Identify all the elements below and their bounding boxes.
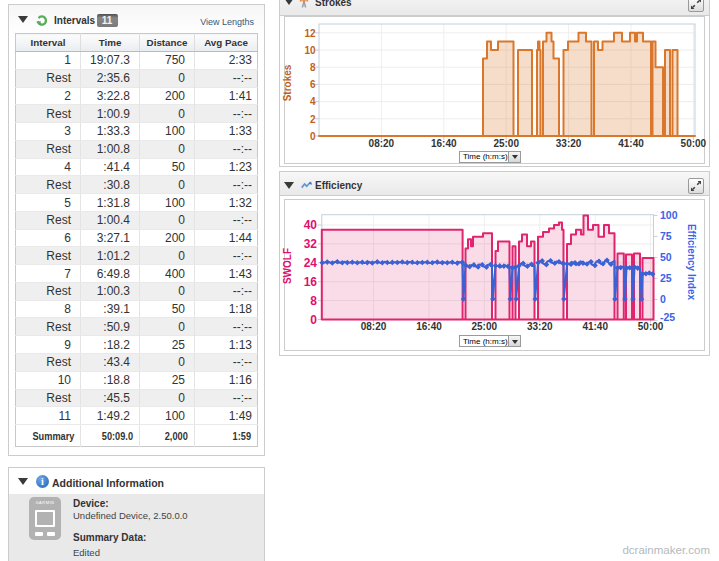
svg-text:10: 10: [304, 45, 316, 56]
svg-text:25: 25: [660, 272, 672, 284]
svg-text:16:40: 16:40: [416, 321, 442, 332]
svg-text:Strokes: Strokes: [282, 64, 293, 101]
svg-text:75: 75: [660, 230, 672, 242]
svg-text:0: 0: [310, 131, 316, 142]
svg-text:16:40: 16:40: [431, 138, 457, 149]
svg-text:6: 6: [310, 79, 316, 90]
svg-text:16: 16: [304, 275, 318, 289]
svg-text:0: 0: [310, 313, 317, 327]
svg-text:25:00: 25:00: [472, 321, 498, 332]
svg-text:08:20: 08:20: [369, 138, 395, 149]
svg-text:50: 50: [660, 251, 672, 263]
svg-text:4: 4: [310, 96, 316, 107]
svg-text:0: 0: [660, 293, 666, 305]
svg-text:2: 2: [310, 114, 316, 125]
svg-text:50:00: 50:00: [638, 321, 664, 332]
svg-text:8: 8: [310, 294, 317, 308]
svg-text:41:40: 41:40: [618, 138, 644, 149]
svg-text:12: 12: [304, 28, 316, 39]
svg-text:24: 24: [304, 256, 318, 270]
svg-text:33:20: 33:20: [527, 321, 553, 332]
svg-text:41:40: 41:40: [582, 321, 608, 332]
svg-text:08:20: 08:20: [361, 321, 387, 332]
svg-text:40: 40: [304, 218, 318, 232]
svg-text:50:00: 50:00: [681, 138, 707, 149]
svg-text:8: 8: [310, 62, 316, 73]
svg-text:25:00: 25:00: [493, 138, 519, 149]
svg-text:100: 100: [660, 209, 678, 221]
svg-text:SWOLF: SWOLF: [282, 248, 293, 284]
svg-text:Efficiency Index: Efficiency Index: [686, 224, 697, 301]
svg-text:32: 32: [304, 237, 318, 251]
svg-text:33:20: 33:20: [556, 138, 582, 149]
